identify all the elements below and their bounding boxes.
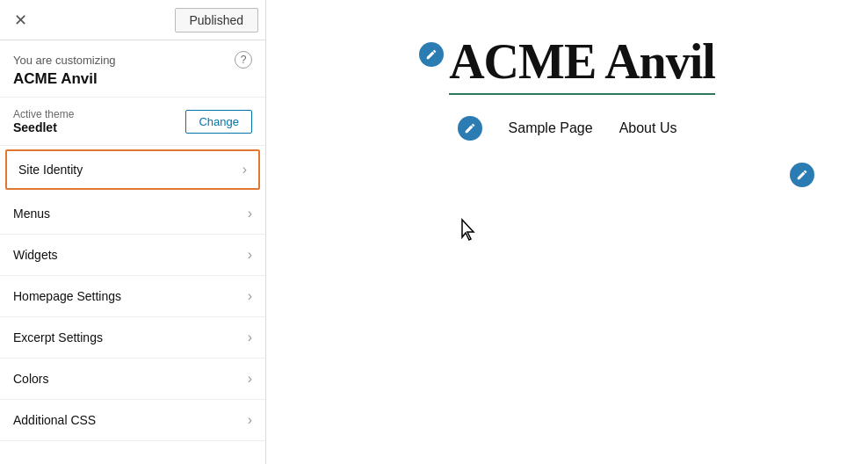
cursor-pointer (458, 218, 479, 246)
nav-item-label: Widgets (13, 248, 58, 262)
customizing-section: You are customizing ? ACME Anvil (0, 40, 265, 98)
change-theme-button[interactable]: Change (185, 110, 252, 134)
nav-item-excerpt-settings[interactable]: Excerpt Settings › (0, 317, 265, 359)
theme-section: Active theme Seedlet Change (0, 98, 265, 146)
nav-item-homepage-settings[interactable]: Homepage Settings › (0, 276, 265, 317)
close-button[interactable]: ✕ (7, 7, 33, 33)
chevron-right-icon: › (248, 330, 252, 345)
close-icon: ✕ (14, 11, 27, 30)
chevron-right-icon: › (248, 371, 252, 387)
nav-item-label: Additional CSS (13, 413, 96, 427)
nav-link-about-us[interactable]: About Us (619, 120, 677, 136)
chevron-right-icon: › (248, 288, 252, 304)
pencil-icon (796, 169, 808, 181)
pencil-icon (464, 122, 476, 134)
theme-name: Seedlet (13, 120, 74, 134)
help-icon[interactable]: ? (235, 51, 252, 69)
active-theme-label: Active theme (13, 108, 74, 120)
chevron-right-icon: › (248, 206, 252, 221)
site-name-label: ACME Anvil (13, 70, 252, 88)
nav-items-list: Site Identity › Menus › Widgets › Homepa… (0, 146, 265, 464)
sidebar: ✕ Published You are customizing ? ACME A… (0, 0, 266, 464)
nav-item-additional-css[interactable]: Additional CSS › (0, 400, 265, 441)
customizing-label: You are customizing ? (13, 51, 252, 69)
nav-bar-area: Sample Page About Us (458, 116, 677, 141)
chevron-right-icon: › (242, 162, 247, 178)
preview-area: ACME Anvil Sample Page About Us (266, 0, 868, 464)
site-title-area: ACME Anvil (419, 35, 715, 95)
edit-title-icon[interactable] (419, 42, 444, 67)
nav-item-site-identity[interactable]: Site Identity › (5, 149, 260, 190)
edit-nav-icon[interactable] (458, 116, 482, 141)
nav-item-label: Homepage Settings (13, 289, 121, 303)
chevron-right-icon: › (248, 412, 252, 428)
edit-menu-icon[interactable] (790, 163, 814, 187)
nav-link-sample-page[interactable]: Sample Page (509, 120, 593, 136)
nav-item-menus[interactable]: Menus › (0, 193, 265, 235)
nav-item-widgets[interactable]: Widgets › (0, 235, 265, 276)
pencil-icon (425, 48, 438, 61)
theme-info: Active theme Seedlet (13, 108, 74, 134)
top-bar: ✕ Published (0, 0, 265, 40)
chevron-right-icon: › (248, 247, 252, 263)
published-button[interactable]: Published (175, 8, 259, 33)
nav-item-label: Menus (13, 207, 50, 221)
nav-item-label: Colors (13, 372, 48, 386)
nav-item-label: Site Identity (18, 163, 83, 177)
customizing-text: You are customizing (13, 54, 116, 67)
nav-item-label: Excerpt Settings (13, 330, 103, 344)
site-title-preview: ACME Anvil (449, 35, 715, 95)
nav-item-colors[interactable]: Colors › (0, 359, 265, 400)
